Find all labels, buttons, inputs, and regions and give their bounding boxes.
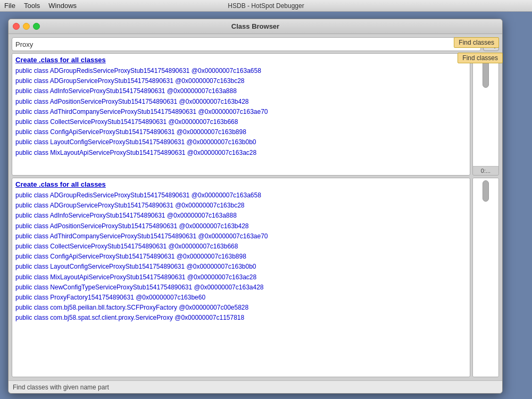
menu-file[interactable]: File (4, 2, 15, 10)
class-list-item[interactable]: public class ConfigApiServiceProxyStub15… (15, 252, 467, 262)
maximize-button[interactable] (33, 23, 40, 30)
window-controls (13, 23, 40, 30)
bottom-classes-list: public class ADGroupRedisServiceProxyStu… (15, 190, 467, 323)
minimize-button[interactable] (23, 23, 30, 30)
status-bar: Find classes with given name part (9, 380, 502, 393)
close-button[interactable] (13, 23, 20, 30)
class-list-item[interactable]: public class ADGroupServiceProxyStub1541… (15, 76, 467, 86)
find-classes-button-overlay[interactable]: Find classes (458, 53, 503, 63)
window-titlebar: Class Browser (9, 19, 502, 34)
bottom-sidebar-scroll (473, 178, 498, 377)
search-row: 🔍 (12, 37, 499, 51)
menubar: HSDB - HotSpot Debugger File Tools Windo… (0, 0, 532, 12)
class-list-item[interactable]: public class ADGroupRedisServiceProxyStu… (15, 190, 467, 201)
class-list-item[interactable]: public class ADGroupServiceProxyStub1541… (15, 201, 467, 211)
class-list-item[interactable]: public class LayoutConfigServiceProxyStu… (15, 262, 467, 272)
class-list-item[interactable]: public class AdPositionServiceProxyStub1… (15, 97, 467, 107)
bottom-panel: Create .class for all classes public cla… (12, 178, 470, 377)
class-list-item[interactable]: public class CollectServiceProxyStub1541… (15, 242, 467, 252)
class-list-item[interactable]: public class AdInfoServiceProxyStub15417… (15, 86, 467, 96)
status-text: Find classes with given name part (13, 384, 109, 391)
class-list-item[interactable]: public class com.bj58.peilian.bll.factor… (15, 303, 467, 313)
bottom-panel-content[interactable]: Create .class for all classes public cla… (12, 178, 470, 377)
sidebar-scroll-area (473, 54, 498, 167)
top-panel-sidebar: 0:... (472, 53, 499, 176)
top-classes-list: public class ADGroupRedisServiceProxyStu… (15, 66, 467, 158)
top-panel-content[interactable]: Create .class for all classes public cla… (12, 54, 470, 175)
class-list-item[interactable]: public class CollectServiceProxyStub1541… (15, 117, 467, 127)
class-list-item[interactable]: public class com.bj58.spat.scf.client.pr… (15, 313, 467, 323)
class-list-item[interactable]: public class ConfigApiServiceProxyStub15… (15, 127, 467, 137)
class-list-item[interactable]: public class ADGroupRedisServiceProxyStu… (15, 66, 467, 76)
window-content: 🔍 Find classes Create .class for all cla… (9, 34, 502, 380)
bottom-scrollbar-thumb[interactable] (483, 180, 489, 202)
class-list-item[interactable]: public class AdThirdCompanyServiceProxyS… (15, 107, 467, 117)
search-input[interactable] (12, 37, 481, 51)
sidebar-label: 0:... (473, 167, 498, 175)
create-class-link-bottom[interactable]: Create .class for all classes (15, 180, 467, 188)
class-list-item[interactable]: public class MixLayoutApiServiceProxyStu… (15, 272, 467, 282)
bottom-panel-sidebar (472, 178, 499, 377)
class-list-item[interactable]: public class AdThirdCompanyServiceProxyS… (15, 231, 467, 242)
class-browser-window: Class Browser 🔍 Find classes Create .cla… (8, 19, 503, 394)
class-list-item[interactable]: public class ProxyFactory1541754890631 @… (15, 293, 467, 303)
top-area: Find classes Create .class for all class… (12, 53, 499, 176)
class-list-item[interactable]: public class NewConfigTypeServiceProxySt… (15, 282, 467, 293)
window-title: Class Browser (231, 22, 279, 30)
class-list-item[interactable]: public class AdPositionServiceProxyStub1… (15, 221, 467, 231)
top-panel: Create .class for all classes public cla… (12, 53, 470, 176)
menu-windows[interactable]: Windows (48, 2, 77, 10)
find-classes-button[interactable]: Find classes (454, 37, 499, 48)
class-list-item[interactable]: public class LayoutConfigServiceProxyStu… (15, 137, 467, 147)
app-title: HSDB - HotSpot Debugger (228, 2, 304, 10)
bottom-area: Create .class for all classes public cla… (12, 178, 499, 377)
menu-tools[interactable]: Tools (24, 2, 40, 10)
class-list-item[interactable]: public class AdInfoServiceProxyStub15417… (15, 211, 467, 221)
class-list-item[interactable]: public class MixLayoutApiServiceProxyStu… (15, 148, 467, 158)
create-class-link-top[interactable]: Create .class for all classes (15, 56, 467, 64)
